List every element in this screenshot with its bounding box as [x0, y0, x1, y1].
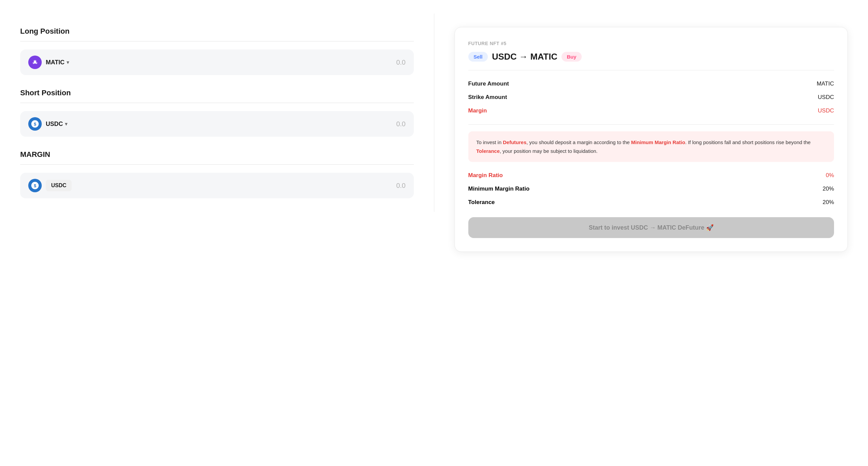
margin-ratio-label: Margin Ratio: [468, 172, 503, 179]
long-token-left: MATIC ▾: [28, 56, 69, 69]
margin-ratio-value: 0%: [826, 172, 834, 179]
usdc-token-icon-short: $: [28, 117, 42, 130]
margin-divider: [20, 164, 414, 165]
short-divider: [20, 103, 414, 103]
alert-text-middle: , you should deposit a margin according …: [527, 139, 631, 145]
long-chevron-icon: ▾: [67, 60, 69, 65]
tolerance-label: Tolerance: [468, 199, 495, 206]
short-token-left: $ USDC ▾: [28, 117, 67, 130]
strike-amount-label: Strike Amount: [468, 94, 507, 101]
alert-text-end: , your position may be subject to liquid…: [500, 148, 597, 154]
min-margin-ratio-row: Minimum Margin Ratio 20%: [468, 182, 834, 196]
card-divider-2: [468, 124, 834, 124]
long-token-symbol: MATIC: [46, 59, 65, 66]
margin-title: MARGIN: [20, 150, 414, 159]
sell-badge: Sell: [468, 52, 488, 62]
short-position-box: $ USDC ▾ 0.0: [20, 111, 414, 137]
future-amount-row: Future Amount MATIC: [468, 77, 834, 91]
min-margin-ratio-value: 20%: [823, 185, 834, 192]
long-token-selector[interactable]: MATIC ▾: [46, 59, 69, 66]
long-position-title: Long Position: [20, 27, 414, 36]
minimum-margin-ratio-link[interactable]: Minimum Margin Ratio: [631, 139, 685, 145]
tolerance-row: Tolerance 20%: [468, 196, 834, 209]
future-amount-label: Future Amount: [468, 81, 509, 87]
margin-section: $ USDC 0.0: [20, 173, 414, 198]
left-panel: Long Position MATIC ▾ 0.0 Short Position: [0, 13, 434, 212]
long-divider: [20, 41, 414, 41]
matic-token-icon: [28, 56, 42, 69]
short-token-selector[interactable]: USDC ▾: [46, 120, 67, 127]
margin-box: $ USDC 0.0: [20, 173, 414, 198]
margin-label: Margin: [468, 108, 487, 114]
card-divider-1: [468, 70, 834, 70]
alert-text-middle2: . If long positions fall and short posit…: [685, 139, 811, 145]
defutures-link[interactable]: Defutures: [503, 139, 527, 145]
usdc-shape-margin: $: [31, 182, 39, 189]
alert-text: To invest in Defutures, you should depos…: [476, 138, 826, 155]
short-position-title: Short Position: [20, 89, 414, 97]
long-position-box: MATIC ▾ 0.0: [20, 50, 414, 75]
short-chevron-icon: ▾: [65, 121, 67, 126]
margin-ratio-row: Margin Ratio 0%: [468, 169, 834, 182]
min-margin-ratio-label: Minimum Margin Ratio: [468, 185, 530, 192]
pair-title: USDC → MATIC: [492, 52, 557, 62]
buy-badge: Buy: [561, 52, 582, 62]
margin-row: Margin USDC: [468, 104, 834, 117]
usdc-shape-short: $: [31, 120, 39, 127]
alert-text-before: To invest in: [476, 139, 503, 145]
invest-button[interactable]: Start to invest USDC → MATIC DeFuture 🚀: [468, 217, 834, 238]
margin-token-left: $ USDC: [28, 179, 72, 192]
margin-token-label-bg: USDC: [46, 180, 72, 191]
card-title-row: Sell USDC → MATIC Buy: [468, 52, 834, 62]
short-token-symbol: USDC: [46, 120, 63, 127]
tolerance-link[interactable]: Tolerance: [476, 148, 500, 154]
future-amount-value: MATIC: [816, 81, 834, 87]
short-token-amount: 0.0: [396, 120, 406, 128]
margin-value: USDC: [818, 108, 834, 114]
margin-token-symbol: USDC: [51, 182, 66, 188]
long-token-amount: 0.0: [396, 59, 406, 66]
strike-amount-value: USDC: [818, 94, 834, 101]
tolerance-value: 20%: [823, 199, 834, 206]
card-subtitle: FUTURE NFT #5: [468, 41, 834, 46]
strike-amount-row: Strike Amount USDC: [468, 91, 834, 104]
right-panel: FUTURE NFT #5 Sell USDC → MATIC Buy Futu…: [434, 13, 868, 265]
margin-amount: 0.0: [396, 182, 406, 190]
alert-box: To invest in Defutures, you should depos…: [468, 131, 834, 162]
nft-card: FUTURE NFT #5 Sell USDC → MATIC Buy Futu…: [455, 27, 848, 252]
usdc-token-icon-margin: $: [28, 179, 42, 192]
